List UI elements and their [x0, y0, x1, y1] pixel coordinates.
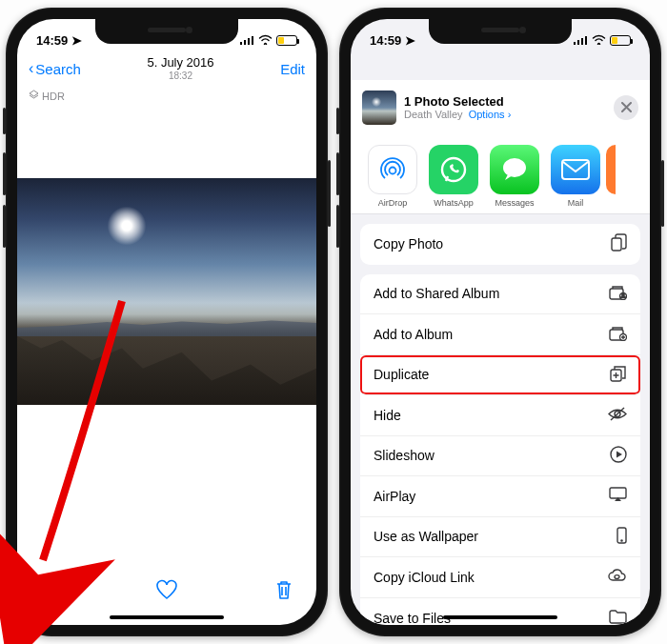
action-label: Copy Photo [374, 236, 443, 252]
svg-rect-7 [585, 36, 587, 45]
selection-title: 1 Photo Selected [404, 94, 614, 110]
app-label: AirDrop [362, 198, 423, 208]
app-label: Messages [484, 198, 545, 208]
edit-button[interactable]: Edit [280, 61, 305, 77]
cloud-icon [607, 569, 627, 585]
app-label: WhatsApp [423, 198, 484, 208]
action-label: Copy iCloud Link [374, 570, 475, 585]
status-time: 14:59 [36, 33, 68, 48]
home-indicator[interactable] [110, 615, 224, 619]
share-sheet-header: 1 Photo Selected Death Valley Options › [351, 80, 650, 135]
action-add-album[interactable]: Add to Album [360, 314, 640, 355]
share-app-whatsapp[interactable]: WhatsApp [423, 145, 484, 208]
nav-title: 5. July 2016 18:32 [147, 56, 213, 80]
svg-rect-3 [252, 36, 253, 45]
share-app-more[interactable] [606, 145, 619, 208]
chevron-left-icon: ‹ [29, 60, 33, 77]
location-icon: ➤ [71, 33, 82, 48]
action-label: Add to Shared Album [374, 286, 499, 301]
action-label: Hide [374, 408, 401, 423]
action-group-single: Copy Photo [360, 224, 640, 265]
share-app-messages[interactable]: Messages [484, 145, 545, 208]
whatsapp-icon [429, 145, 478, 194]
phone-icon [616, 527, 627, 547]
svg-point-23 [621, 540, 622, 541]
home-indicator[interactable] [443, 615, 557, 619]
svg-rect-5 [577, 40, 579, 45]
svg-rect-11 [562, 160, 589, 179]
action-copy-photo[interactable]: Copy Photo [360, 224, 640, 265]
action-label: Add to Album [374, 327, 453, 342]
close-icon [621, 99, 632, 116]
action-add-shared-album[interactable]: Add to Shared Album [360, 274, 640, 315]
action-wallpaper[interactable]: Use as Wallpaper [360, 517, 640, 558]
action-slideshow[interactable]: Slideshow [360, 436, 640, 477]
svg-point-8 [390, 168, 396, 174]
hdr-badge: HDR [17, 88, 316, 104]
action-icloud-link[interactable]: Copy iCloud Link [360, 557, 640, 598]
album-icon [609, 325, 627, 344]
svg-rect-2 [248, 38, 250, 45]
notch [429, 19, 572, 44]
screen-right: 14:59 ➤ 1 Photo Selected Death Valley Op… [351, 19, 650, 625]
copy-icon [611, 233, 627, 254]
thumbnail [362, 91, 396, 125]
action-label: AirPlay [374, 489, 415, 504]
airdrop-icon [368, 145, 417, 194]
svg-rect-1 [244, 40, 246, 45]
action-label: Duplicate [374, 367, 429, 382]
action-label: Save to Files [374, 611, 451, 625]
share-apps-row[interactable]: AirDrop WhatsApp Messages Mail [351, 135, 650, 214]
hdr-label: HDR [42, 91, 65, 102]
layers-icon [29, 90, 39, 102]
back-label: Search [35, 61, 81, 77]
close-button[interactable] [614, 95, 638, 120]
svg-rect-6 [581, 38, 583, 45]
folder-icon [609, 610, 627, 625]
action-save-files[interactable]: Save to Files [360, 598, 640, 626]
battery-icon [610, 35, 631, 46]
favorite-icon[interactable] [155, 579, 178, 604]
more-apps-icon [606, 145, 616, 194]
share-app-mail[interactable]: Mail [545, 145, 606, 208]
battery-icon [276, 35, 297, 46]
share-icon[interactable] [40, 578, 59, 605]
signal-icon [240, 33, 254, 48]
action-airplay[interactable]: AirPlay [360, 476, 640, 517]
svg-rect-4 [574, 42, 576, 45]
hide-icon [608, 407, 627, 424]
trash-icon[interactable] [274, 579, 293, 604]
status-time: 14:59 [370, 33, 401, 48]
action-duplicate[interactable]: Duplicate [360, 355, 640, 396]
location-icon: ➤ [405, 33, 415, 48]
phone-right: 14:59 ➤ 1 Photo Selected Death Valley Op… [339, 8, 661, 636]
screen-left: 14:59 ➤ ‹ Search 5. July 2016 18:32 Edit [17, 19, 316, 625]
signal-icon [574, 33, 588, 48]
action-group-main: Add to Shared Album Add to Album Duplica… [360, 274, 640, 626]
action-label: Use as Wallpaper [374, 529, 478, 544]
photo-time: 18:32 [147, 70, 213, 81]
mail-icon [551, 145, 600, 194]
wifi-icon [592, 33, 606, 48]
play-icon [610, 446, 627, 466]
photo-location: Death Valley [404, 109, 463, 120]
svg-rect-0 [240, 42, 242, 45]
action-label: Slideshow [374, 448, 435, 463]
photo-date: 5. July 2016 [147, 56, 213, 70]
svg-rect-21 [610, 488, 626, 498]
svg-point-10 [503, 158, 526, 177]
photo-preview[interactable] [17, 178, 316, 405]
messages-icon [490, 145, 539, 194]
svg-rect-12 [612, 238, 621, 251]
app-label: Mail [545, 198, 606, 208]
wifi-icon [258, 33, 273, 48]
nav-bar: ‹ Search 5. July 2016 18:32 Edit [17, 50, 316, 88]
share-app-airdrop[interactable]: AirDrop [362, 145, 423, 208]
airplay-icon [609, 487, 627, 505]
notch [95, 19, 238, 44]
back-button[interactable]: ‹ Search [29, 60, 81, 77]
action-hide[interactable]: Hide [360, 395, 640, 436]
shared-album-icon [609, 284, 627, 303]
phone-left: 14:59 ➤ ‹ Search 5. July 2016 18:32 Edit [6, 8, 328, 636]
options-link[interactable]: Options › [469, 109, 512, 120]
